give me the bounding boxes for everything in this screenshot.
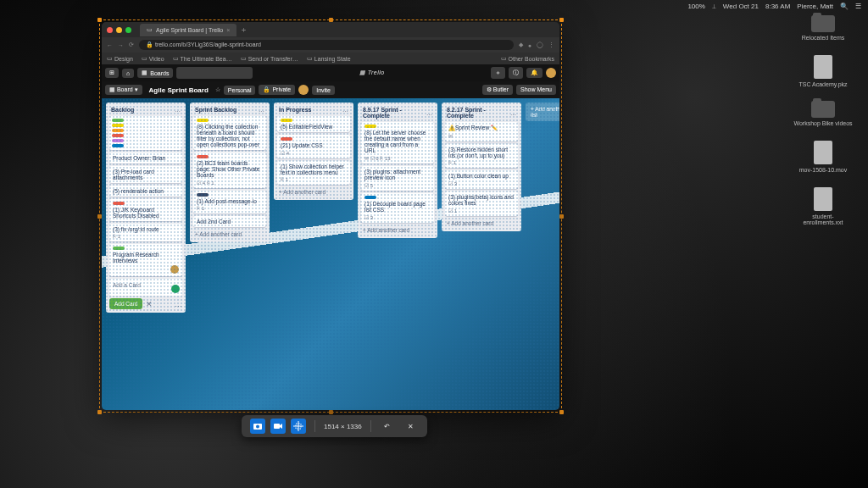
capture-video-button[interactable] (270, 419, 286, 434)
board-name[interactable]: Agile Sprint Board (146, 86, 212, 94)
trello-list[interactable]: Backlog…Product Owner: Brian(3) Pre-load… (106, 103, 186, 313)
add-list-button[interactable]: + Add another list (526, 103, 559, 121)
captured-window-selection[interactable]: ▭ Agile Sprint Board | Trello × ＋ ← → ⟳ … (102, 22, 559, 410)
window-controls[interactable] (107, 27, 131, 33)
add-card-link[interactable]: + Add another card (277, 187, 350, 197)
add-card-link[interactable]: + Add another card (193, 230, 266, 239)
trello-card[interactable]: (3) fix /org/:id route⎘ 1 (109, 224, 182, 241)
desktop-item[interactable]: TSC Academy.pkz (793, 55, 853, 88)
create-button[interactable]: ＋ (491, 67, 505, 79)
profile-icon[interactable]: ◯ (537, 42, 543, 48)
browser-tab[interactable]: ▭ Agile Sprint Board | Trello × (140, 24, 236, 36)
board-view-button[interactable]: ▦ Board ▾ (105, 85, 142, 95)
team-pill[interactable]: Personal (224, 86, 256, 95)
trello-card[interactable]: (1) Add post-message-io⎘ 1 (193, 191, 266, 214)
notifications-button[interactable]: 🔔 (526, 68, 542, 78)
resize-handle[interactable] (559, 410, 564, 414)
trello-card[interactable]: (3) plugins: attachment preview icon☑ 5 (361, 166, 434, 191)
list-menu-icon[interactable]: … (342, 107, 348, 113)
add-card-input[interactable]: Add a Card (109, 279, 182, 296)
resize-handle[interactable] (559, 214, 564, 219)
url-field[interactable]: 🔒 trello.com/b/3YLig36S/agile-sprint-boa… (139, 40, 514, 50)
screenshot-toolbar[interactable]: 1514 × 1336 ↶ ✕ (242, 415, 427, 437)
spotlight-icon[interactable]: 🔍 (840, 3, 849, 10)
butler-button[interactable]: ⚙ Butler (482, 85, 513, 95)
list-menu-icon[interactable]: … (426, 110, 432, 116)
trello-card[interactable]: (2) BC3 team boards page: Show Other Pri… (193, 152, 266, 188)
trello-card[interactable]: (8) Let the server choose the default na… (361, 122, 434, 164)
member-avatar[interactable] (298, 85, 309, 95)
user-avatar[interactable] (546, 68, 556, 78)
trello-card[interactable]: (5) renderable action (109, 186, 182, 197)
list-title[interactable]: 8.2.17 Sprint - Complete… (445, 106, 518, 119)
bookmark-item[interactable]: ▭ Send or Transfer… (241, 55, 298, 62)
undo-button[interactable]: ↶ (380, 419, 395, 434)
star-icon[interactable]: ☆ (215, 86, 220, 93)
desktop-item[interactable]: student-enrollments.xxt (793, 187, 853, 226)
capture-region-button[interactable] (291, 419, 306, 434)
trello-card[interactable]: (3) Restore hidden short ids (or don't, … (445, 144, 518, 168)
apps-button[interactable]: ⊞ (105, 68, 119, 78)
list-title[interactable]: Sprint Backlog… (193, 106, 266, 114)
trello-card[interactable]: (1) J/K Keyboard Shortcuts Disabled (109, 199, 182, 221)
bookmark-item[interactable]: ▭ Lansing State (307, 55, 351, 62)
trello-list[interactable]: Sprint Backlog…(8) Clicking the collecti… (190, 103, 270, 242)
invite-button[interactable]: Invite (312, 86, 335, 95)
info-button[interactable]: ⓘ (509, 67, 523, 79)
capture-image-button[interactable] (250, 419, 265, 434)
desktop-item[interactable]: Relocated Items (793, 15, 853, 42)
desktop-item[interactable]: Workshop Bike videos (793, 101, 853, 127)
add-card-link[interactable]: + Add another card (361, 225, 434, 235)
resize-handle[interactable] (559, 18, 564, 22)
new-tab-button[interactable]: ＋ (240, 25, 248, 36)
cancel-add-card-icon[interactable]: ✕ (146, 300, 153, 308)
trello-card[interactable]: (21) Update CSS☑ 4 (277, 135, 350, 158)
bookmark-item[interactable]: ▭ Video (142, 55, 164, 62)
search-input[interactable] (176, 67, 253, 79)
add-card-button[interactable]: Add Card (109, 298, 142, 309)
extensions-icon[interactable]: ● (528, 42, 531, 48)
trello-card[interactable]: (8) Clicking the collection beneath a bo… (193, 116, 266, 150)
list-title[interactable]: Backlog… (109, 106, 182, 114)
trello-card[interactable]: (3) Pre-load card attachments (109, 166, 182, 183)
other-bookmarks[interactable]: ▭ Other Bookmarks (501, 55, 554, 62)
extensions-icon[interactable]: ◆ (519, 42, 523, 48)
list-title[interactable]: In Progress… (277, 106, 350, 114)
add-card-options-icon[interactable]: … (175, 300, 182, 308)
add-card-link[interactable]: + Add another card (445, 219, 518, 228)
trello-card[interactable]: (1) Button color clean up☑ 3 (445, 170, 518, 189)
list-menu-icon[interactable]: … (259, 107, 264, 113)
desktop-item[interactable]: mov-1508-10.mov (793, 141, 853, 174)
trello-card[interactable]: ⚠️Sprint Review ✏️✉ (445, 122, 518, 141)
trello-card[interactable]: (1) Decouple board page list CSS☑ 3 (361, 193, 434, 223)
trello-board[interactable]: Backlog…Product Owner: Brian(3) Pre-load… (102, 98, 559, 410)
trello-card[interactable]: (3) plugins(beta) icons and colors fixes… (445, 191, 518, 216)
trello-card[interactable]: (5) EditableFieldView (277, 116, 350, 132)
card-member-avatar[interactable] (170, 265, 179, 274)
trello-card[interactable]: Add 2nd Card (193, 216, 266, 227)
reload-button[interactable]: ⟳ (129, 42, 134, 48)
trello-list[interactable]: 8.2.17 Sprint - Complete…⚠️Sprint Review… (442, 103, 521, 231)
show-menu-button[interactable]: Show Menu (516, 85, 556, 95)
trello-list[interactable]: In Progress…(5) EditableFieldView(21) Up… (274, 103, 353, 200)
minimize-window-icon[interactable] (116, 27, 122, 33)
list-menu-icon[interactable]: … (175, 107, 181, 113)
notifications-icon[interactable]: ☰ (855, 3, 861, 10)
list-menu-icon[interactable]: … (510, 110, 516, 116)
trello-card[interactable]: Product Owner: Brian (109, 152, 182, 164)
home-button[interactable]: ⌂ (122, 69, 134, 78)
resize-handle[interactable] (329, 410, 333, 414)
resize-handle[interactable] (97, 410, 102, 414)
trello-card[interactable]: Program Research Interviews (109, 244, 182, 276)
list-title[interactable]: 8.9.17 Sprint - Complete… (361, 106, 434, 119)
close-tab-icon[interactable]: × (226, 27, 230, 33)
forward-button[interactable]: → (118, 42, 124, 48)
close-window-icon[interactable] (107, 27, 113, 33)
trello-card[interactable]: (1) Show collection helper text in colle… (277, 161, 350, 185)
bookmark-item[interactable]: ▭ The Ultimate Bea… (173, 55, 232, 62)
back-button[interactable]: ← (107, 42, 113, 48)
visibility-pill[interactable]: 🔒 Private (259, 85, 295, 95)
boards-button[interactable]: ▦ Boards (137, 68, 173, 78)
close-toolbar-button[interactable]: ✕ (403, 419, 419, 434)
trello-list[interactable]: 8.9.17 Sprint - Complete…(8) Let the ser… (358, 103, 437, 238)
